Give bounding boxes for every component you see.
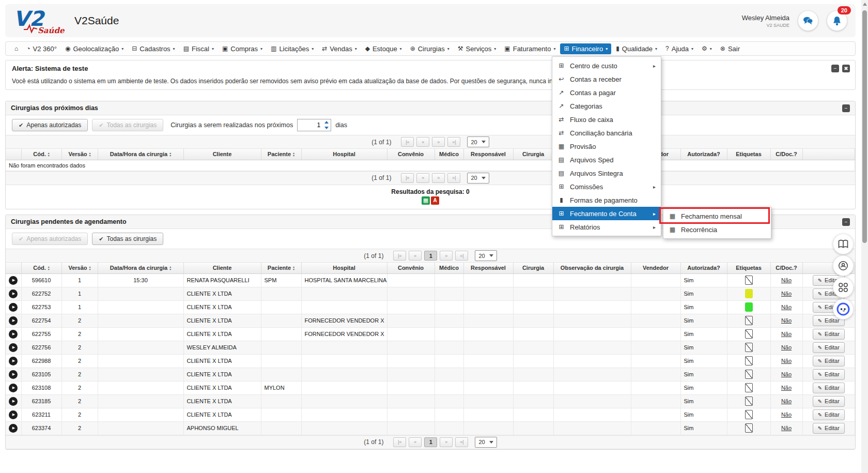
column-header[interactable]: Autorizada?	[680, 149, 727, 160]
page-size-select[interactable]: 20	[475, 437, 497, 448]
nav-item-compras[interactable]: ▣ Compras ▾	[219, 43, 266, 54]
cdoc-link[interactable]: Não	[781, 371, 792, 377]
spinner-down-button[interactable]	[322, 125, 331, 131]
expand-row-button[interactable]: ▶	[9, 276, 18, 285]
column-header[interactable]: C/Doc.?	[770, 149, 802, 160]
expand-row-button[interactable]: ▶	[9, 343, 18, 352]
column-header[interactable]: Responsável	[463, 263, 513, 273]
last-page-button[interactable]: »|	[455, 437, 468, 447]
edit-button[interactable]: ✎ Editar	[813, 369, 845, 380]
next-page-button[interactable]: »	[432, 137, 445, 147]
cdoc-link[interactable]: Não	[781, 304, 792, 310]
column-header[interactable]: Médico	[435, 263, 463, 273]
support-button[interactable]	[833, 255, 854, 276]
apps-grid-button[interactable]	[833, 277, 854, 298]
expand-row-button[interactable]: ▶	[9, 410, 18, 419]
last-page-button[interactable]: »|	[447, 173, 460, 183]
nav-item-licitacoes[interactable]: ▥ Licitações ▾	[267, 43, 317, 54]
submenu-item-recorrencia[interactable]: ▦ Recorrência	[663, 223, 771, 236]
expand-row-button[interactable]: ▶	[9, 330, 18, 339]
column-header[interactable]: Convênio	[387, 149, 435, 160]
menu-item-fluxo-de-caixa[interactable]: ⇄ Fluxo de caixa	[552, 113, 661, 126]
column-header[interactable]: Versão▴ ▾	[61, 149, 98, 160]
submenu-item-fechamento-mensal[interactable]: ▦ Fechamento mensal	[663, 209, 771, 223]
prev-page-button[interactable]: «	[409, 437, 422, 447]
expand-row-button[interactable]: ▶	[9, 303, 18, 312]
column-header[interactable]: C/Doc.?	[770, 263, 802, 273]
expand-row-button[interactable]: ▶	[9, 289, 18, 298]
next-page-button[interactable]: »	[440, 437, 453, 447]
page-1-button[interactable]: 1	[424, 437, 437, 447]
cdoc-link[interactable]: Não	[781, 317, 792, 324]
column-header[interactable]	[6, 149, 21, 160]
column-header[interactable]: Paciente▴ ▾	[261, 149, 301, 160]
nav-item-servicos[interactable]: ⚒ Serviços ▾	[454, 43, 500, 54]
column-header[interactable]	[802, 149, 855, 160]
close-icon[interactable]: ✖	[842, 65, 850, 72]
expand-row-button[interactable]: ▶	[9, 357, 18, 365]
column-header[interactable]: Cód.▴ ▾	[21, 149, 61, 160]
menu-item-contas-a-pagar[interactable]: ↗ Contas a pagar	[552, 86, 661, 99]
collapse-panel-button[interactable]: −	[842, 104, 850, 112]
edit-button[interactable]: ✎ Editar	[813, 342, 845, 353]
column-header[interactable]: Médico	[435, 149, 463, 160]
cdoc-link[interactable]: Não	[781, 398, 792, 404]
prev-page-button[interactable]: «	[416, 173, 429, 183]
nav-item-config[interactable]: ⚙ ▾	[698, 43, 716, 54]
expand-row-button[interactable]: ▶	[9, 316, 18, 325]
documentation-button[interactable]	[833, 234, 854, 254]
cdoc-link[interactable]: Não	[781, 358, 792, 364]
menu-item-centro-de-custo[interactable]: ⊞ Centro de custo ▸	[552, 59, 661, 72]
first-page-button[interactable]: |«	[401, 137, 414, 147]
nav-item-home[interactable]: ⌂	[11, 43, 22, 54]
column-header[interactable]: Cliente	[183, 149, 261, 160]
page-1-button[interactable]: 1	[424, 251, 437, 261]
column-header[interactable]: Vendedor	[631, 263, 680, 273]
all-surgeries-button[interactable]: ✔ Todas as cirurgias	[92, 233, 163, 245]
column-header[interactable]: Paciente▴ ▾	[261, 263, 301, 273]
column-header[interactable]: Cód.▴ ▾	[21, 263, 61, 273]
expand-row-button[interactable]: ▶	[9, 370, 18, 379]
only-authorized-button[interactable]: ✔ Apenas autorizadas	[12, 119, 88, 131]
nav-item-sair[interactable]: ⊗ Sair	[717, 43, 743, 54]
page-size-select[interactable]: 20	[467, 136, 489, 147]
expand-row-button[interactable]: ▶	[9, 424, 18, 433]
nav-item-geolocalizacao[interactable]: ◉ Geolocalização ▾	[61, 43, 127, 54]
edit-button[interactable]: ✎ Editar	[813, 329, 845, 340]
column-header[interactable]: Etiquetas	[727, 263, 770, 273]
expand-row-button[interactable]: ▶	[9, 397, 18, 406]
cdoc-link[interactable]: Não	[781, 344, 792, 350]
column-header[interactable]: Cliente	[183, 263, 261, 273]
menu-item-conciliacao-bancaria[interactable]: ⇄ Conciliação bancária	[552, 126, 661, 140]
edit-button[interactable]: ✎ Editar	[813, 356, 845, 367]
column-header[interactable]: Etiquetas	[727, 149, 770, 160]
last-page-button[interactable]: »|	[447, 137, 460, 147]
menu-item-fechamento-de-conta[interactable]: ⊞ Fechamento de Conta ▸	[552, 207, 661, 220]
page-size-select[interactable]: 20	[475, 250, 497, 261]
notification-count-badge[interactable]: 20	[838, 6, 851, 14]
first-page-button[interactable]: |«	[393, 251, 406, 261]
export-pdf-icon[interactable]: A	[431, 196, 439, 205]
nav-item-v2-360[interactable]: ◔ V2 360°	[23, 43, 60, 54]
prev-page-button[interactable]: «	[416, 137, 429, 147]
nav-item-vendas[interactable]: ⇄ Vendas ▾	[318, 43, 360, 54]
assistant-button[interactable]	[833, 299, 854, 319]
column-header[interactable]: Autorizada?	[680, 263, 727, 273]
all-surgeries-button[interactable]: ✔ Todas as cirurgias	[92, 119, 163, 131]
column-header[interactable]: Convênio	[387, 263, 435, 273]
column-header[interactable]: Cirurgia	[513, 263, 553, 273]
cdoc-link[interactable]: Não	[781, 385, 792, 391]
column-header[interactable]	[6, 263, 21, 273]
nav-item-financeiro[interactable]: ⊞ Financeiro ▾	[560, 43, 611, 54]
notifications-button[interactable]: 20	[827, 10, 847, 31]
spinner-up-button[interactable]	[322, 119, 331, 125]
column-header[interactable]: Data/Hora da cirurgia▴ ▾	[98, 263, 183, 273]
export-excel-icon[interactable]: ▦	[422, 196, 430, 205]
nav-item-estoque[interactable]: ◆ Estoque ▾	[362, 43, 406, 54]
chat-button[interactable]	[798, 10, 818, 31]
edit-button[interactable]: ✎ Editar	[813, 396, 845, 407]
cdoc-link[interactable]: Não	[781, 277, 792, 283]
only-authorized-button[interactable]: ✔ Apenas autorizadas	[12, 233, 88, 245]
collapse-panel-button[interactable]: −	[842, 218, 850, 226]
nav-item-cadastros[interactable]: ⊟ Cadastros ▾	[128, 43, 178, 54]
